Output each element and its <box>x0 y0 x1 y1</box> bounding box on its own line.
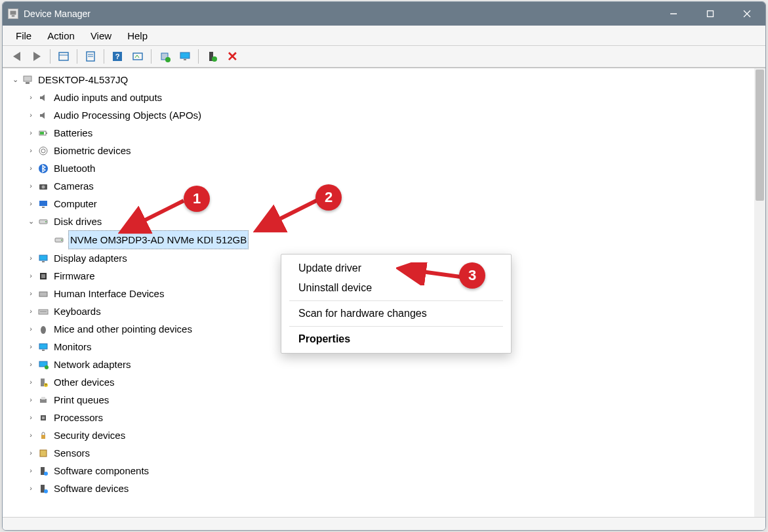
chevron-right-icon[interactable]: › <box>26 124 35 142</box>
tree-category[interactable]: ›Bluetooth <box>7 159 754 177</box>
category-label: Cameras <box>52 177 95 195</box>
category-icon <box>37 394 50 406</box>
chevron-right-icon[interactable]: › <box>26 302 35 320</box>
tree-category[interactable]: ›Cameras <box>7 177 754 195</box>
help-button[interactable]: ? <box>108 47 127 66</box>
tree-category[interactable]: ⌄Disk drives <box>7 213 754 230</box>
chevron-right-icon[interactable]: › <box>26 249 35 267</box>
svg-rect-30 <box>39 201 47 206</box>
minimize-button[interactable] <box>655 2 692 26</box>
svg-point-58 <box>44 472 48 476</box>
tree-category[interactable]: ›Computer <box>7 195 754 213</box>
svg-point-43 <box>41 326 46 334</box>
chevron-down-icon[interactable]: ⌄ <box>26 213 35 230</box>
svg-rect-39 <box>41 274 45 278</box>
context-properties[interactable]: Properties <box>281 329 511 349</box>
scan-button[interactable] <box>128 47 148 66</box>
tree-device-selected[interactable]: NVMe OM3PDP3-AD NVMe KDI 512GB <box>7 230 754 249</box>
chevron-right-icon[interactable]: › <box>26 285 35 302</box>
chevron-right-icon[interactable]: › <box>26 409 35 426</box>
menu-help[interactable]: Help <box>119 28 155 44</box>
category-icon <box>37 341 50 353</box>
tree-category[interactable]: ›Audio Processing Objects (APOs) <box>7 106 754 124</box>
maximize-button[interactable] <box>692 2 729 26</box>
tree-category[interactable]: ›Network adapters <box>7 356 754 373</box>
forward-button[interactable] <box>27 47 47 66</box>
scrollbar-thumb[interactable] <box>756 70 764 201</box>
chevron-right-icon[interactable]: › <box>26 106 35 124</box>
category-icon <box>37 359 50 371</box>
svg-point-60 <box>44 489 48 493</box>
tree-root[interactable]: ⌄ DESKTOP-4L537JQ <box>7 71 754 89</box>
back-button[interactable] <box>7 47 26 66</box>
svg-rect-20 <box>24 76 31 81</box>
category-label: Audio Processing Objects (APOs) <box>52 106 203 124</box>
chevron-right-icon[interactable]: › <box>26 426 35 444</box>
menu-file[interactable]: File <box>8 28 39 44</box>
svg-rect-17 <box>184 59 186 60</box>
category-label: Biometric devices <box>52 142 132 159</box>
svg-rect-37 <box>42 261 45 262</box>
toolbar-separator <box>77 49 77 64</box>
tree-category[interactable]: ›?Other devices <box>7 373 754 391</box>
chevron-right-icon[interactable]: › <box>26 159 35 177</box>
enable-button[interactable] <box>202 47 222 66</box>
category-icon <box>37 253 50 264</box>
monitor-button[interactable] <box>175 47 195 66</box>
vertical-scrollbar[interactable] <box>754 68 765 517</box>
category-icon <box>37 110 50 121</box>
category-icon <box>37 216 50 228</box>
category-label: Other devices <box>52 373 116 391</box>
tree-category[interactable]: ›Software components <box>7 462 754 480</box>
properties-button[interactable] <box>81 47 100 66</box>
tree-category[interactable]: ›Security devices <box>7 426 754 444</box>
category-label: Software devices <box>52 480 130 497</box>
category-label: Batteries <box>52 124 94 142</box>
annotation-badge-1: 1 <box>184 186 210 212</box>
chevron-right-icon[interactable]: › <box>26 444 35 462</box>
svg-rect-6 <box>59 52 68 60</box>
svg-point-33 <box>45 221 47 222</box>
svg-rect-3 <box>708 11 714 17</box>
tree-category[interactable]: ›Sensors <box>7 444 754 462</box>
chevron-right-icon[interactable]: › <box>26 462 35 480</box>
tree-category[interactable]: ›Print queues <box>7 391 754 409</box>
chevron-right-icon[interactable]: › <box>26 320 35 338</box>
svg-point-19 <box>212 56 217 62</box>
category-icon: ? <box>37 377 50 388</box>
chevron-right-icon[interactable]: › <box>26 177 35 195</box>
toolbar-separator <box>151 49 152 64</box>
chevron-right-icon[interactable]: › <box>26 391 35 409</box>
chevron-right-icon[interactable]: › <box>26 338 35 356</box>
svg-rect-44 <box>39 344 47 349</box>
category-icon <box>37 447 50 459</box>
chevron-right-icon[interactable]: › <box>26 373 35 391</box>
chevron-down-icon[interactable]: ⌄ <box>10 71 20 89</box>
category-label: Print queues <box>52 391 110 409</box>
category-label: Display adapters <box>52 249 129 267</box>
close-button[interactable] <box>729 2 765 26</box>
app-icon <box>8 9 18 19</box>
uninstall-button[interactable]: ✕ <box>222 47 242 66</box>
chevron-right-icon[interactable]: › <box>26 356 35 373</box>
chevron-right-icon[interactable]: › <box>26 267 35 285</box>
update-driver-button[interactable] <box>155 47 174 66</box>
tree-category[interactable]: ›Processors <box>7 409 754 426</box>
menu-action[interactable]: Action <box>39 28 83 44</box>
show-hidden-button[interactable] <box>54 47 73 66</box>
tree-category[interactable]: ›Batteries <box>7 124 754 142</box>
tree-category[interactable]: ›Biometric devices <box>7 142 754 159</box>
menu-view[interactable]: View <box>83 28 119 44</box>
chevron-right-icon[interactable]: › <box>26 89 35 106</box>
svg-text:?: ? <box>45 383 47 387</box>
category-label: Disk drives <box>52 213 103 230</box>
chevron-right-icon[interactable]: › <box>26 142 35 159</box>
chevron-right-icon[interactable]: › <box>26 195 35 213</box>
context-scan-hardware[interactable]: Scan for hardware changes <box>281 304 511 323</box>
annotation-badge-2: 2 <box>315 184 342 211</box>
tree-category[interactable]: ›Audio inputs and outputs <box>7 89 754 106</box>
tree-category[interactable]: ›Software devices <box>7 480 754 497</box>
status-bar <box>3 517 765 530</box>
svg-point-15 <box>165 57 171 62</box>
chevron-right-icon[interactable]: › <box>26 480 35 497</box>
